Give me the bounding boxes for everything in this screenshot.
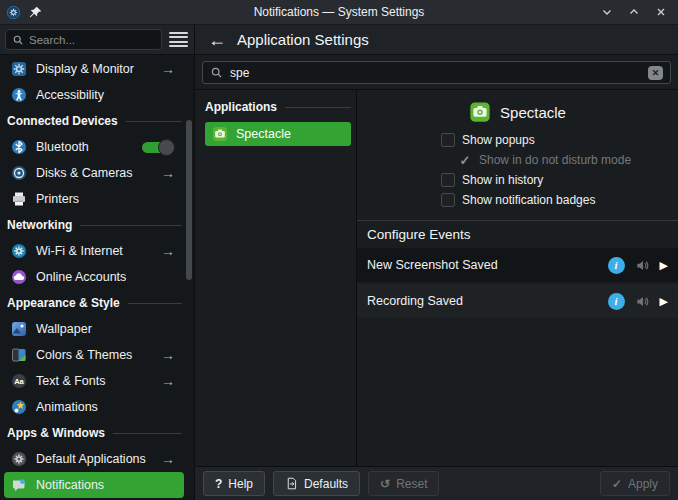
titlebar-left [0, 5, 43, 20]
sidebar-item-wi-fi-and-internet[interactable]: Wi-Fi & Internet→ [4, 238, 184, 264]
sidebar: Search... Display & Monitor→Accessibilit… [0, 25, 195, 500]
page-header: ← Application Settings [195, 25, 678, 55]
minimize-icon[interactable] [601, 6, 613, 18]
sidebar-item-accessibility[interactable]: Accessibility [4, 82, 184, 108]
events-list: New Screenshot Savedi▶Recording Savedi▶ [357, 248, 678, 320]
sidebar-item-bluetooth[interactable]: Bluetooth [4, 134, 184, 160]
reset-icon: ↺ [380, 478, 390, 490]
printer-icon [11, 191, 27, 207]
svg-text:Aa: Aa [14, 377, 24, 386]
checkbox-show-popups[interactable]: Show popups [357, 130, 678, 150]
animations-icon [11, 399, 27, 415]
app-title-label: Spectacle [500, 104, 566, 121]
search-icon [12, 34, 24, 46]
reset-button[interactable]: ↺ Reset [368, 471, 439, 496]
sidebar-item-animations[interactable]: Animations [4, 394, 184, 420]
bluetooth-toggle[interactable] [142, 139, 175, 156]
bluetooth-icon [11, 139, 27, 155]
search-value: spe [230, 66, 249, 80]
spectacle-icon [212, 126, 228, 142]
checkbox-show-in-do-not-disturb-mode: ✓Show in do not disturb mode [357, 150, 678, 170]
accessibility-icon [11, 87, 27, 103]
sidebar-search-input[interactable]: Search... [5, 29, 162, 50]
sidebar-section-appearance-and-style: Appearance & Style [4, 290, 184, 316]
pin-icon[interactable] [28, 5, 43, 20]
main-panel: ← Application Settings spe ✕ [195, 25, 678, 500]
app-filter-search-input[interactable]: spe ✕ [202, 61, 671, 84]
info-icon[interactable]: i [608, 293, 625, 310]
app-settings-panel: Spectacle Show popups✓Show in do not dis… [357, 90, 678, 466]
forward-arrow-icon: → [161, 166, 175, 180]
sidebar-item-online-accounts[interactable]: Online Accounts [4, 264, 184, 290]
sidebar-search-placeholder: Search... [29, 34, 75, 46]
sidebar-item-notifications[interactable]: Notifications [4, 472, 184, 498]
sidebar-scrollbar[interactable] [186, 120, 192, 280]
checkbox-box[interactable] [441, 133, 455, 147]
close-icon[interactable] [655, 6, 667, 18]
forward-arrow-icon: → [161, 348, 175, 362]
spectacle-icon [469, 101, 491, 123]
sidebar-item-colors-and-themes[interactable]: Colors & Themes→ [4, 342, 184, 368]
apply-button[interactable]: ✓ Apply [600, 471, 670, 496]
forward-arrow-icon: → [161, 62, 175, 76]
display-monitor-icon [11, 61, 27, 77]
wifi-internet-icon [11, 243, 27, 259]
sidebar-item-printers[interactable]: Printers [4, 186, 184, 212]
expand-arrow-icon[interactable]: ▶ [660, 260, 668, 271]
sidebar-item-disks-and-cameras[interactable]: Disks & Cameras→ [4, 160, 184, 186]
disks-cameras-icon [11, 165, 27, 181]
sidebar-item-wallpaper[interactable]: Wallpaper [4, 316, 184, 342]
button-bar: ? Help Defaults ↺ Reset ✓ Apply [195, 466, 678, 500]
window-controls [601, 6, 678, 18]
menu-icon[interactable] [169, 32, 188, 48]
sidebar-list: Display & Monitor→AccessibilityConnected… [0, 55, 194, 500]
titlebar: Notifications — System Settings [0, 0, 678, 25]
window-title: Notifications — System Settings [0, 5, 678, 19]
sidebar-item-display-and-monitor[interactable]: Display & Monitor→ [4, 56, 184, 82]
page-title: Application Settings [237, 31, 369, 48]
defaults-icon [285, 477, 298, 490]
applications-header: Applications [205, 97, 351, 117]
forward-arrow-icon: → [161, 374, 175, 388]
app-title: Spectacle [357, 97, 678, 127]
checkbox-show-notification-badges[interactable]: Show notification badges [357, 190, 678, 210]
default-applications-icon [11, 451, 27, 467]
forward-arrow-icon: → [161, 244, 175, 258]
event-row-recording-saved[interactable]: Recording Savedi▶ [357, 284, 678, 318]
application-item-spectacle[interactable]: Spectacle [205, 122, 351, 146]
applications-list: Spectacle [205, 122, 351, 146]
sidebar-item-default-applications[interactable]: Default Applications→ [4, 446, 184, 472]
apply-check-icon: ✓ [612, 478, 622, 490]
text-fonts-icon: Aa [11, 373, 27, 389]
content-area: spe ✕ Applications Spectacle [195, 55, 678, 466]
configure-events-header: Configure Events [357, 221, 678, 248]
notification-options: Show popups✓Show in do not disturb modeS… [357, 130, 678, 210]
maximize-icon[interactable] [628, 6, 640, 18]
clear-search-icon[interactable]: ✕ [648, 66, 663, 80]
event-row-new-screenshot-saved[interactable]: New Screenshot Savedi▶ [357, 248, 678, 282]
sidebar-section-networking: Networking [4, 212, 184, 238]
checkbox-box[interactable] [441, 173, 455, 187]
back-arrow-icon[interactable]: ← [208, 31, 226, 49]
info-icon[interactable]: i [608, 257, 625, 274]
help-button[interactable]: ? Help [203, 471, 265, 496]
checkbox-box[interactable] [441, 193, 455, 207]
sidebar-section-connected-devices: Connected Devices [4, 108, 184, 134]
forward-arrow-icon: → [161, 452, 175, 466]
check-mark-icon: ✓ [458, 154, 472, 167]
checkbox-show-in-history[interactable]: Show in history [357, 170, 678, 190]
sidebar-section-apps-and-windows: Apps & Windows [4, 420, 184, 446]
help-icon: ? [215, 478, 222, 490]
sidebar-header: Search... [0, 25, 194, 55]
search-icon [210, 66, 223, 79]
expand-arrow-icon[interactable]: ▶ [660, 296, 668, 307]
speaker-icon[interactable] [635, 294, 650, 309]
speaker-icon[interactable] [635, 258, 650, 273]
online-accounts-icon [11, 269, 27, 285]
colors-themes-icon [11, 347, 27, 363]
defaults-button[interactable]: Defaults [273, 471, 360, 496]
system-settings-window: Notifications — System Settings Search..… [0, 0, 678, 500]
wallpaper-icon [11, 321, 27, 337]
sidebar-item-text-and-fonts[interactable]: AaText & Fonts→ [4, 368, 184, 394]
system-settings-app-icon [6, 5, 21, 20]
